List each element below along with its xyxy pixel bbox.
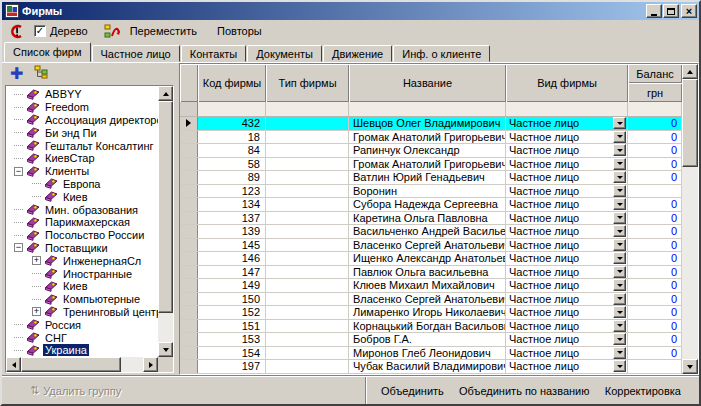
expand-icon[interactable]: + (32, 256, 41, 265)
scroll-down-button[interactable] (158, 342, 173, 357)
grid-row[interactable]: 197Чубак Василий ВладимировичЧастное лиц… (180, 360, 682, 374)
tree-item[interactable]: СНГ (6, 331, 158, 344)
tree-item[interactable]: +Тренинговый центр (6, 306, 158, 319)
grid-row[interactable]: 134Субора Надежда СергеевнаЧастное лицо0 (180, 198, 682, 212)
close-button[interactable]: × (681, 4, 697, 18)
grid-row[interactable]: 139Васильченко Андрей ВасильевичЧастное … (180, 225, 682, 239)
grid-vertical-scrollbar[interactable] (682, 64, 698, 374)
grid-row[interactable]: 58Громак Анатолий ГригорьевичЧастное лиц… (180, 158, 682, 172)
collapse-icon[interactable]: − (14, 167, 23, 176)
tree-item[interactable]: Посольство России (6, 229, 158, 242)
tree-item[interactable]: Ассоциация директоров ш (6, 114, 158, 127)
grid-row[interactable]: 153Бобров Г.А.Частное лицо0 (180, 333, 682, 347)
scrollbar-thumb[interactable] (21, 357, 121, 372)
scroll-down-button[interactable] (682, 359, 698, 374)
dropdown-button[interactable] (613, 293, 626, 305)
dropdown-button[interactable] (613, 266, 626, 278)
grid-row[interactable]: 152Лимаренко Игорь НиколаевичЧастное лиц… (180, 306, 682, 320)
filter-cell[interactable] (266, 102, 349, 116)
tree-item[interactable]: КиевСтар (6, 152, 158, 165)
column-header-kind[interactable]: Вид фирмы (506, 64, 628, 102)
filter-cell[interactable] (198, 102, 266, 116)
scroll-right-button[interactable] (143, 357, 158, 372)
expand-icon[interactable]: + (32, 307, 41, 316)
dropdown-button[interactable] (613, 333, 626, 345)
grid-row[interactable]: 137Каретина Ольга ПавловнаЧастное лицо0 (180, 212, 682, 226)
dropdown-button[interactable] (613, 239, 626, 251)
filter-cell[interactable] (628, 102, 682, 116)
grid-filter-row[interactable] (180, 102, 682, 117)
tree-item[interactable]: +ИнженернаяСл (6, 254, 158, 267)
tab-private-person[interactable]: Частное лицо (92, 45, 180, 62)
collapse-icon[interactable]: − (14, 243, 23, 252)
dropdown-button[interactable] (613, 144, 626, 156)
delete-group-button[interactable]: ⇅ Удалить группу (30, 384, 121, 397)
tree-vertical-scrollbar[interactable] (158, 86, 173, 357)
tree-item[interactable]: Freedom (6, 101, 158, 114)
dropdown-button[interactable] (613, 171, 626, 183)
filter-cell[interactable] (349, 102, 506, 116)
tree-item[interactable]: −Клиенты (6, 165, 158, 178)
tree-item[interactable]: Европа (6, 178, 158, 191)
dropdown-button[interactable] (613, 320, 626, 332)
tree-item[interactable]: Киев (6, 190, 158, 203)
tree-item[interactable]: Россия (6, 318, 158, 331)
refresh-icon[interactable] (9, 24, 25, 39)
dropdown-button[interactable] (613, 252, 626, 264)
tree-item[interactable]: Гештальт Консалтинг (6, 139, 158, 152)
dropdown-button[interactable] (613, 158, 626, 170)
grid-row[interactable]: 147Павлюк Ольга васильевнаЧастное лицо0 (180, 266, 682, 280)
tree-item[interactable]: Киев (6, 280, 158, 293)
filter-cell[interactable] (506, 102, 628, 116)
scroll-up-button[interactable] (682, 64, 698, 79)
tree-item[interactable]: Парикмахерская (6, 216, 158, 229)
tree-item[interactable]: ABBYY (6, 88, 158, 101)
grid-row[interactable]: 150Власенко Сергей АнатольевичЧастное ли… (180, 293, 682, 307)
column-header-code[interactable]: Код фирмы (198, 64, 266, 102)
column-header-type[interactable]: Тип фирмы (266, 64, 349, 102)
dropdown-button[interactable] (613, 117, 626, 129)
grid-row[interactable]: 18Громак Анатолий ГригорьевичЧастное лиц… (180, 131, 682, 145)
tree-item[interactable]: Би энд Пи (6, 126, 158, 139)
adjust-button[interactable]: Корректировка (605, 385, 681, 397)
move-group-icon[interactable] (104, 24, 121, 39)
tab-contacts[interactable]: Контакты (181, 45, 247, 62)
grid-row[interactable]: 84Рапинчук ОлександрЧастное лицо0 (180, 144, 682, 158)
column-header-balance-unit[interactable]: грн (628, 83, 682, 102)
dropdown-button[interactable] (613, 279, 626, 291)
dropdown-button[interactable] (613, 185, 626, 197)
tree-structure-icon[interactable] (34, 65, 49, 83)
dropdown-button[interactable] (613, 131, 626, 143)
tree-checkbox[interactable]: ✓ Дерево (34, 25, 88, 37)
tab-client-info[interactable]: Инф. о клиенте (393, 45, 490, 62)
tab-movement[interactable]: Движение (323, 45, 392, 62)
tree-horizontal-scrollbar[interactable] (6, 357, 158, 372)
grid-row[interactable]: 149Клюев Михаил МихайловичЧастное лицо0 (180, 279, 682, 293)
tree-item[interactable]: Иностранные (6, 267, 158, 280)
tree-item[interactable]: Компьютерные (6, 293, 158, 306)
column-header-name[interactable]: Название (349, 64, 506, 102)
grid-row[interactable]: 151Корнацький Богдан ВасильовичЧастное л… (180, 320, 682, 334)
dropdown-button[interactable] (613, 306, 626, 318)
tree-item[interactable]: Мин. образования (6, 203, 158, 216)
merge-by-name-button[interactable]: Объединить по названию (459, 385, 589, 397)
grid-row[interactable]: 89Ватлин Юрий ГенадьевичЧастное лицо0 (180, 171, 682, 185)
scroll-left-button[interactable] (6, 357, 21, 372)
merge-button[interactable]: Объединить (381, 385, 444, 397)
dropdown-button[interactable] (613, 198, 626, 210)
tree-item[interactable]: Украина (6, 344, 158, 357)
dropdown-button[interactable] (613, 347, 626, 359)
dropdown-button[interactable] (613, 212, 626, 224)
grid-row[interactable]: 154Миронов Глеб ЛеонидовичЧастное лицо0 (180, 347, 682, 361)
scrollbar-thumb[interactable] (682, 79, 698, 167)
scroll-up-button[interactable] (158, 86, 173, 101)
repeats-button[interactable]: Повторы (217, 25, 262, 37)
tab-firm-list[interactable]: Список фирм (4, 42, 91, 62)
grid-row[interactable]: 146Ищенко Александр АнатольевичЧастное л… (180, 252, 682, 266)
grid-row[interactable]: 123ВоронинЧастное лицо (180, 185, 682, 199)
grid-row[interactable]: 145Власенко Сергей АнатольевичЧастное ли… (180, 239, 682, 253)
dropdown-button[interactable] (613, 360, 626, 372)
move-button[interactable]: Переместить (130, 25, 197, 37)
grid-row[interactable]: 432Шевцов Олег ВладимировичЧастное лицо0 (180, 117, 682, 131)
column-header-balance[interactable]: Баланс (628, 64, 682, 83)
